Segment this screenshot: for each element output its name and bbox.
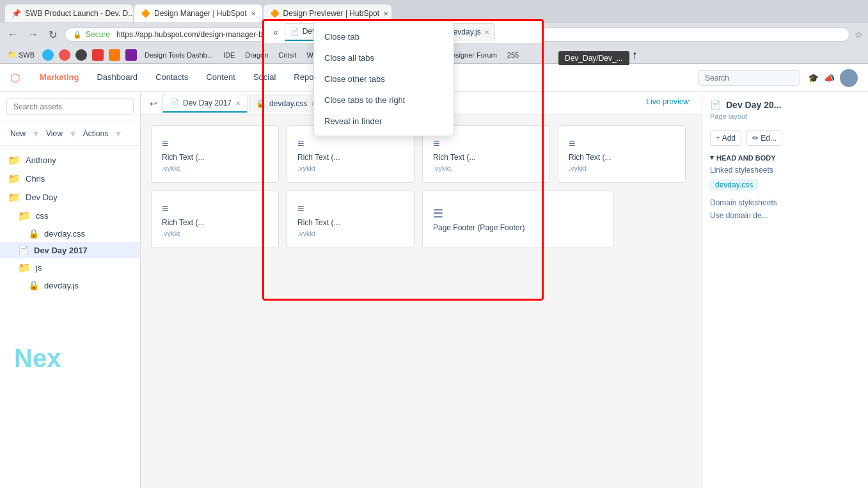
star-icon[interactable]: ☆ xyxy=(855,29,863,40)
sidebar-item-devday-js[interactable]: 🔒 devday.js xyxy=(0,277,140,294)
ctx-tab-close[interactable]: ✕ xyxy=(361,28,366,35)
bookmark-square-1[interactable] xyxy=(92,49,104,61)
bookmark-circle-1[interactable] xyxy=(42,49,54,61)
ctx-tab-css[interactable]: ⇄ devday.css ✕ xyxy=(374,23,441,41)
editor-back-btn[interactable]: ↩ xyxy=(146,98,161,109)
browser-tab-design-manager[interactable]: 🔶 Design Manager | HubSpot ✕ xyxy=(134,4,262,22)
panel-file-icon: 📄 xyxy=(710,100,721,110)
editor-tab-close-devday2017[interactable]: ✕ xyxy=(235,100,241,107)
editor-tab-devday2017[interactable]: 📄 Dev Day 2017 ✕ xyxy=(162,95,248,113)
module-card-1[interactable]: ≡ Rich Text (... .vykkt xyxy=(151,125,279,183)
hubspot-logo[interactable]: ⬡ xyxy=(10,71,20,85)
nav-search-input[interactable] xyxy=(698,70,800,86)
module-sub-1: .vykkt xyxy=(162,164,268,172)
ctx-tab-js-close[interactable]: ✕ xyxy=(484,29,489,36)
sidebar-item-chris[interactable]: 📁 Chris xyxy=(0,169,140,188)
nav-marketing[interactable]: Marketing xyxy=(31,64,88,92)
refresh-button[interactable]: ↻ xyxy=(46,28,59,42)
bookmarks-bar: 📁 SWB Design Tools Dashb... IDE Dragon C… xyxy=(0,46,868,64)
ctx-tab-dropdown-icon[interactable]: ▾ xyxy=(354,28,358,35)
module-name-3: Rich Text (... xyxy=(433,153,539,162)
ctx-tab-css-close[interactable]: ✕ xyxy=(430,29,435,36)
sidebar-item-anthony[interactable]: 📁 Anthony xyxy=(0,151,140,169)
nav-dashboard[interactable]: Dashboard xyxy=(88,64,146,92)
bookmark-ide[interactable]: IDE xyxy=(221,50,237,60)
module-card-6[interactable]: ≡ Rich Text (... .vykkt xyxy=(287,191,414,248)
sidebar-label-devday-js: devday.js xyxy=(44,281,79,290)
nav-contacts[interactable]: Contacts xyxy=(146,64,197,92)
panel-file-title: 📄 Dev Day 20... xyxy=(710,100,860,110)
module-card-3[interactable]: ≡ Rich Text (... .vykkt xyxy=(422,125,550,183)
nav-avatar[interactable] xyxy=(840,69,858,87)
nav-notifications-icon[interactable]: 📣 xyxy=(824,73,835,83)
file-path-tooltip: Dev_Day/Dev_... xyxy=(558,51,629,65)
editor-tab-close-devdaycss[interactable]: ✕ xyxy=(311,100,316,107)
panel-head-body-header: ▾ HEAD AND BODY xyxy=(710,153,860,162)
bookmark-square-3[interactable] xyxy=(125,49,137,61)
bookmark-square-2[interactable] xyxy=(109,49,120,61)
bookmark-icon-swb: 📁 xyxy=(8,51,17,59)
bookmark-circle-2[interactable] xyxy=(59,49,70,61)
context-menu-container: « 📄 Dev Day 2017 ▾ ✕ ⇄ devday.css ✕ devd… xyxy=(264,20,542,43)
bookmark-255[interactable]: 255 xyxy=(505,50,521,60)
sidebar-item-devday-css[interactable]: 🔒 devday.css xyxy=(0,225,140,242)
bookmark-wp[interactable]: WP/Pantheon xyxy=(334,50,383,60)
bookmark-invision[interactable]: Invision Mocks xyxy=(388,50,439,60)
bookmark-circle-3[interactable] xyxy=(75,49,87,61)
module-card-4[interactable]: ≡ Rich Text (... .vykkt xyxy=(558,125,686,183)
panel-head-body-label: HEAD AND BODY xyxy=(716,154,776,162)
edit-button[interactable]: ✏ Ed... xyxy=(746,130,782,146)
bookmark-designer-forum[interactable]: Designer Forum xyxy=(444,50,500,60)
bookmark-waffle[interactable]: Waffle xyxy=(304,50,329,60)
bookmark-critsit[interactable]: Critsit xyxy=(276,50,299,60)
sidebar-item-js[interactable]: 📁 js xyxy=(0,258,140,277)
sidebar-item-devday[interactable]: 📁 Dev Day xyxy=(0,188,140,207)
browser-tabs-bar: 📌 SWB Product Launch - Dev. D... ✕ 🔶 Des… xyxy=(0,0,868,23)
add-button[interactable]: + Add xyxy=(710,130,741,146)
nav-content[interactable]: Content xyxy=(197,64,244,92)
search-input[interactable] xyxy=(6,98,134,115)
forward-button[interactable]: → xyxy=(26,28,41,42)
panel-file-subtitle: Page layout xyxy=(710,113,860,120)
bookmark-label-swb: SWB xyxy=(19,51,35,59)
chevron-down-icon: ▾ xyxy=(710,153,714,162)
browser-tab-swb[interactable]: 📌 SWB Product Launch - Dev. D... ✕ xyxy=(5,4,133,22)
sidebar-item-devday-2017[interactable]: 📄 Dev Day 2017 xyxy=(0,242,140,258)
module-card-2[interactable]: ≡ Rich Text (... .vykkt xyxy=(287,125,414,183)
sidebar-item-css[interactable]: 📁 css xyxy=(0,207,140,225)
ctx-tab-js[interactable]: devday.js ✕ xyxy=(443,23,495,41)
ctx-tab-js-label: devday.js xyxy=(449,28,481,36)
bookmark-swb[interactable]: 📁 SWB xyxy=(5,49,37,60)
module-sub-3: .vykkt xyxy=(433,164,539,172)
sidebar-label-devday: Dev Day xyxy=(26,193,58,202)
module-card-footer[interactable]: ☰ Page Footer (Page Footer) xyxy=(422,191,614,248)
nav-productivity[interactable]: Productivity xyxy=(332,64,393,92)
nav-reports[interactable]: Reports xyxy=(285,64,332,92)
ctx-tab-devday2017[interactable]: 📄 Dev Day 2017 ▾ ✕ xyxy=(285,23,372,41)
editor-tab-devdaycss[interactable]: 🔒 devday.css ✕ xyxy=(249,95,323,113)
tab-close-dm[interactable]: ✕ xyxy=(251,10,256,17)
editor-tab-close-devdayjs[interactable]: ✕ xyxy=(381,100,386,107)
view-button[interactable]: View xyxy=(42,127,67,140)
live-preview-link[interactable]: Live preview xyxy=(646,97,689,106)
editor-tab-devdayjs[interactable]: 🔒 devday.js ✕ xyxy=(324,95,393,113)
module-card-5[interactable]: ≡ Rich Text (... .vykkt xyxy=(151,191,279,248)
new-button[interactable]: New xyxy=(6,127,29,140)
editor-tab-label-devdaycss: devday.css xyxy=(269,99,307,108)
browser-tab-previewer[interactable]: 🔶 Design Previewer | HubSpot ✕ xyxy=(264,4,391,22)
bookmark-label-255: 255 xyxy=(507,51,519,59)
ctx-collapse-btn[interactable]: « xyxy=(269,27,282,37)
domain-stylesheets-label: Domain stylesheets xyxy=(710,198,860,207)
ctx-tab-label: Dev Day 2017 xyxy=(303,27,351,36)
module-icon-4: ≡ xyxy=(569,137,675,150)
nav-help-icon[interactable]: 🎓 xyxy=(808,73,819,83)
editor-content: ≡ Rich Text (... .vykkt ≡ Rich Text (...… xyxy=(141,115,702,488)
bookmark-label-dragon: Dragon xyxy=(245,51,268,59)
module-icon-2: ≡ xyxy=(297,137,404,150)
nav-social[interactable]: Social xyxy=(244,64,285,92)
back-button[interactable]: ← xyxy=(5,28,20,42)
bookmark-dragon[interactable]: Dragon xyxy=(242,50,271,60)
actions-button[interactable]: Actions xyxy=(79,127,112,140)
bookmark-design-tools[interactable]: Design Tools Dashb... xyxy=(142,50,216,60)
tab-close-prev[interactable]: ✕ xyxy=(383,10,388,17)
